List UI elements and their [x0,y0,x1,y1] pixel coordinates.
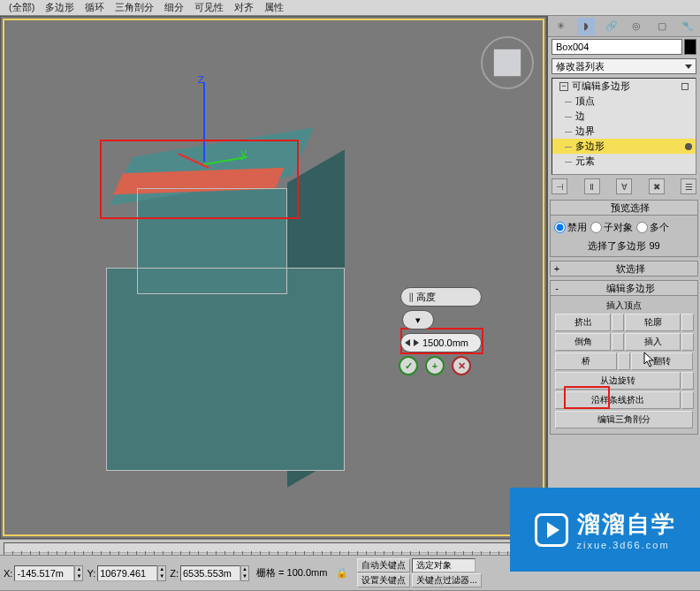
menu-props[interactable]: 属性 [259,0,289,15]
watermark-title: 溜溜自学 [577,509,676,540]
preview-multi-radio[interactable]: 多个 [636,221,669,234]
modifier-stack[interactable]: − 可编辑多边形 顶点 边 边界 多边形 元素 [552,78,696,175]
watermark-play-icon [535,513,568,547]
stack-sub-vertex[interactable]: 顶点 [552,94,696,109]
tab-display-icon[interactable]: ▢ [653,18,671,35]
tab-motion-icon[interactable]: ◎ [628,18,645,35]
coord-y-label: Y: [85,568,97,579]
key-filter-select[interactable]: 选定对象 [412,558,476,572]
annotation-box [564,386,610,409]
coord-z-spinner[interactable]: ▲▼ [240,565,249,581]
menu-tri[interactable]: 三角剖分 [110,0,159,15]
rollout-preview-header[interactable]: 预览选择 [550,200,698,216]
configure-sets-icon[interactable]: ☰ [681,178,696,194]
caddy-value-spinner[interactable]: 1500.0mm [400,333,482,352]
spinner-down-icon[interactable] [405,339,410,346]
rollout-soft-header[interactable]: + 软选择 [550,261,698,277]
make-unique-icon[interactable]: ∀ [616,178,632,194]
edit-tri-button[interactable]: 编辑三角剖分 [555,411,693,428]
menu-subdiv[interactable]: 细分 [159,0,189,15]
preview-subobj-radio[interactable]: 子对象 [590,221,633,234]
caddy-ok-button[interactable]: ✓ [399,356,418,375]
bevel-button[interactable]: 倒角 [555,333,611,351]
viewport-active-border: z y ‖ 高度 ▾ [3,19,544,536]
inset-button[interactable]: 插入 [625,333,681,351]
command-panel-tabs: ✳ ◗ 🔗 ◎ ▢ 🔧 [548,16,700,37]
menu-loop[interactable]: 循环 [80,0,110,15]
tab-create-icon[interactable]: ✳ [552,18,569,35]
command-panel: ✳ ◗ 🔗 ◎ ▢ 🔧 修改器列表 − 可编辑多边形 顶点 边 边界 [547,16,700,539]
viewcube[interactable] [481,36,534,89]
caddy-value: 1500.0mm [422,337,468,348]
stack-sub-polygon[interactable]: 多边形 [552,139,696,154]
coord-y-spinner[interactable]: ▲▼ [157,565,166,581]
insert-vertex-button[interactable]: 插入顶点 [554,299,694,312]
tab-hierarchy-icon[interactable]: 🔗 [603,18,620,35]
rollout-preview-body: 禁用 子对象 多个 选择了多边形 99 [550,216,698,257]
pin-stack-icon[interactable]: ⊣ [552,178,567,194]
tab-utilities-icon[interactable]: 🔧 [679,18,696,35]
tab-modify-icon[interactable]: ◗ [577,18,595,35]
coord-x-value[interactable]: -145.517m [14,565,74,581]
object-color-swatch[interactable] [684,39,696,55]
outline-button[interactable]: 轮廓 [625,314,681,331]
object-name-field[interactable] [552,39,682,55]
auto-key-button[interactable]: 自动关键点 [357,558,410,572]
caddy-height-label: ‖ 高度 [400,287,482,307]
caddy-apply-button[interactable]: + [425,356,445,375]
stack-sub-edge[interactable]: 边 [552,109,696,124]
stack-sub-border[interactable]: 边界 [552,124,696,139]
modifier-list-dropdown[interactable]: 修改器列表 [552,58,696,74]
coord-y: Y: 10679.461 ▲▼ [85,565,166,581]
inset-settings-button[interactable] [681,333,694,351]
menu-align[interactable]: 对齐 [229,0,259,15]
rollout-edit-header[interactable]: - 编辑多边形 [550,280,698,296]
coord-z-label: Z: [168,568,180,579]
coord-x-label: X: [2,568,14,579]
key-filters-button[interactable]: 关键点过滤器... [412,573,481,587]
bevel-settings-button[interactable] [612,333,624,351]
preview-off-radio[interactable]: 禁用 [554,221,587,234]
remove-modifier-icon[interactable]: ✖ [649,178,665,194]
gizmo-z-label: z [198,72,204,86]
menu-vis[interactable]: 可见性 [189,0,229,15]
outline-settings-button[interactable] [681,314,694,331]
caddy-dropdown[interactable]: ▾ [402,310,434,330]
grid-size-label: 栅格 = 100.0mm [256,566,327,580]
extrude-settings-button[interactable] [612,314,624,331]
rollout-edit-body: 插入顶点 挤出 轮廓 倒角 插入 桥 翻转 从边旋转 沿样条线挤出 编辑三角剖分 [550,296,698,435]
caddy-height-text: ‖ 高度 [408,291,436,304]
rollout-toggle-icon: - [551,283,563,293]
caddy-cancel-button[interactable]: ✕ [452,356,471,375]
watermark-url: zixue.3d66.com [577,540,676,550]
coord-y-value[interactable]: 10679.461 [97,565,157,581]
coord-z-value[interactable]: 6535.553m [180,565,240,581]
show-end-result-icon[interactable]: Ⅱ [584,178,600,194]
rollout-toggle-icon: + [551,263,563,274]
cursor-icon [643,352,656,367]
flip-button[interactable]: 翻转 [631,352,693,370]
spline-settings-button[interactable] [681,391,694,409]
bridge-button[interactable]: 桥 [555,352,617,370]
rollout-edit-title: 编辑多边形 [563,282,697,295]
spinner-up-icon[interactable] [414,339,419,346]
hinge-settings-button[interactable] [681,372,694,390]
rollout-soft-title: 软选择 [563,262,697,276]
watermark: 溜溜自学 zixue.3d66.com [510,488,700,572]
viewcube-cube[interactable] [493,49,521,77]
menu-polygon[interactable]: 多边形 [40,0,80,15]
extrude-button[interactable]: 挤出 [555,314,611,331]
stack-sub-element[interactable]: 元素 [552,154,696,169]
coord-z: Z: 6535.553m ▲▼ [168,565,249,581]
coord-x-spinner[interactable]: ▲▼ [74,565,83,581]
annotation-box [100,140,299,219]
viewport[interactable]: z y ‖ 高度 ▾ [0,16,547,539]
lock-selection-icon[interactable]: 🔒 [334,565,350,581]
menu-all[interactable]: (全部) [4,0,40,15]
bridge-settings-button[interactable] [618,352,630,370]
menubar: (全部) 多边形 循环 三角剖分 细分 可见性 对齐 属性 [0,0,700,16]
stack-root[interactable]: − 可编辑多边形 [552,79,696,94]
collapse-toggle-icon[interactable]: − [559,82,568,91]
set-key-button[interactable]: 设置关键点 [357,573,410,587]
modifier-list-label: 修改器列表 [556,60,605,73]
